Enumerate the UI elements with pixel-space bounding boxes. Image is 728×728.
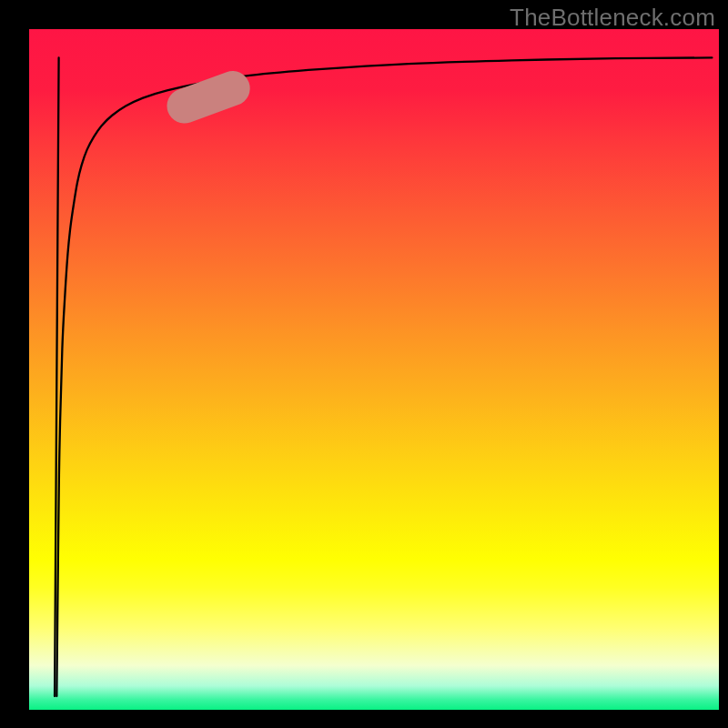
plot-background [29,29,719,710]
chart-frame: TheBottleneck.com [0,0,728,728]
chart-svg [0,0,728,728]
watermark-text: TheBottleneck.com [510,4,715,32]
